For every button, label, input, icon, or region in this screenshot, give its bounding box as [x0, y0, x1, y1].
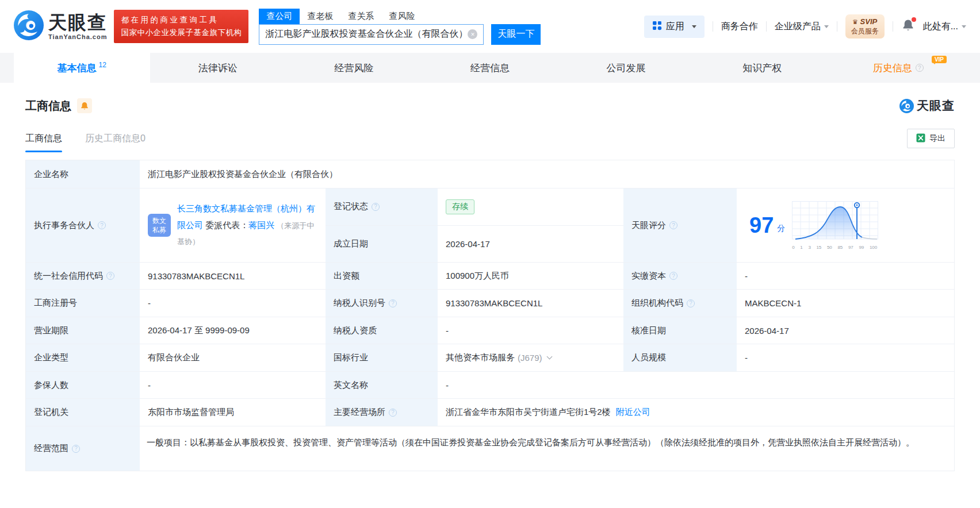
- business-cooperation-link[interactable]: 商务合作: [721, 21, 758, 33]
- brand-domain: TianYanCha.com: [48, 33, 107, 40]
- divider: [837, 21, 837, 32]
- table-row: 登记机关 东阳市市场监督管理局 主要经营场所 浙江省金华市东阳市吴宁街道卢宅街1…: [26, 399, 954, 426]
- tab-operating-info[interactable]: 经营信息: [422, 53, 558, 83]
- tab-company-development[interactable]: 公司发展: [558, 53, 694, 83]
- staff-size-label: 人员规模: [623, 344, 737, 371]
- credit-code-label: 统一社会信用代码: [26, 263, 140, 289]
- tab-basic-info[interactable]: 基本信息 12: [14, 53, 150, 83]
- divider: [766, 21, 767, 32]
- company-name-label: 企业名称: [26, 160, 140, 188]
- tab-intellectual-property[interactable]: 知识产权: [694, 53, 830, 83]
- table-row: 参保人数 - 英文名称 -: [26, 372, 954, 399]
- english-name-value: -: [438, 372, 954, 398]
- search-input[interactable]: 浙江电影产业股权投资基金合伙企业（有限合伙）: [259, 24, 484, 45]
- help-icon[interactable]: [72, 445, 80, 453]
- tab-legal-proceedings[interactable]: 法律诉讼: [150, 53, 286, 83]
- tianyancha-logo[interactable]: 天眼查 TianYanCha.com: [14, 10, 107, 43]
- company-nav-tabs: 基本信息 12 法律诉讼 经营风险 经营信息 公司发展 知识产权 历史信息 VI…: [0, 53, 980, 83]
- enterprise-products-menu[interactable]: 企业级产品: [775, 21, 829, 33]
- industry-value: 其他资本市场服务 (J679): [438, 344, 623, 371]
- subscribe-bell-icon[interactable]: [77, 98, 92, 113]
- basic-info-count: 12: [99, 61, 106, 69]
- header-right-nav: 应用 商务合作 企业级产品 ♛ SVIP 会员服务 此处有...: [644, 14, 966, 38]
- search-tab-relation[interactable]: 查关系: [340, 9, 381, 24]
- executive-partner-value: 数文 私募 长三角数文私募基金管理（杭州）有限公司 委派代表：蒋国兴 （来源于中…: [140, 188, 326, 262]
- taxpayer-quality-label: 纳税人资质: [326, 317, 438, 344]
- approval-date-value: 2026-04-17: [737, 317, 954, 344]
- registration-number-label: 工商注册号: [26, 290, 140, 317]
- company-name-value: 浙江电影产业股权投资基金合伙企业（有限合伙）: [140, 160, 954, 188]
- registration-authority-label: 登记机关: [26, 399, 140, 426]
- table-row: 营业期限 2026-04-17 至 9999-09-09 纳税人资质 - 核准日…: [26, 317, 954, 344]
- industry-code: (J679): [518, 353, 542, 363]
- chevron-down-icon: [824, 25, 829, 30]
- help-icon[interactable]: [687, 299, 695, 307]
- table-row: 工商注册号 - 纳税人识别号 91330783MAKBCECN1L 组织机构代码…: [26, 290, 954, 317]
- search-input-value: 浙江电影产业股权投资基金合伙企业（有限合伙）: [265, 28, 468, 40]
- company-type-value: 有限合伙企业: [140, 344, 326, 371]
- score-chart-ticks: 0131550859799100: [792, 245, 877, 250]
- apps-grid-icon: [652, 21, 662, 33]
- search-tab-boss[interactable]: 查老板: [300, 9, 340, 24]
- table-row: 执行事务合伙人 数文 私募 长三角数文私募基金管理（杭州）有限公司 委派代表：蒋…: [26, 188, 954, 263]
- table-row: 成立日期 2026-04-17: [326, 226, 623, 263]
- table-row: 经营范围 一般项目：以私募基金从事股权投资、投资管理、资产管理等活动（须在中国证…: [26, 426, 954, 471]
- establish-date-value: 2026-04-17: [438, 226, 623, 263]
- company-type-label: 企业类型: [26, 344, 140, 371]
- help-icon[interactable]: [98, 221, 106, 229]
- promo-line1: 都在用的商业查询工具: [121, 14, 242, 26]
- rep-label: 委派代表：: [205, 220, 248, 230]
- tianyancha-logo-icon: [14, 10, 44, 43]
- help-icon[interactable]: [372, 203, 380, 211]
- help-icon[interactable]: [669, 272, 677, 280]
- tab-operating-risk[interactable]: 经营风险: [286, 53, 422, 83]
- excel-icon: [916, 133, 925, 144]
- section-title: 工商信息: [25, 98, 71, 114]
- nearby-companies-link[interactable]: 附近公司: [616, 407, 650, 418]
- help-icon[interactable]: [389, 299, 397, 307]
- tab-history-info[interactable]: 历史信息 VIP: [830, 53, 966, 83]
- search-tab-company[interactable]: 查公司: [259, 9, 300, 24]
- watermark-brand-text: 天眼查: [917, 98, 955, 114]
- chevron-down-icon: [692, 25, 696, 30]
- clear-search-icon[interactable]: [468, 29, 477, 39]
- chevron-down-icon: [962, 25, 966, 30]
- apps-label: 应用: [666, 21, 684, 33]
- table-row: 统一社会信用代码 91330783MAKBCECN1L 出资额 100900万人…: [26, 263, 954, 290]
- rep-name-link[interactable]: 蒋国兴: [248, 220, 274, 230]
- search-tabs: 查公司 查老板 查关系 查风险: [259, 9, 541, 24]
- business-place-label: 主要经营场所: [326, 399, 438, 426]
- business-term-label: 营业期限: [26, 317, 140, 344]
- staff-size-value: -: [737, 344, 954, 371]
- business-scope-label: 经营范围: [26, 426, 140, 471]
- help-icon[interactable]: [106, 272, 114, 280]
- search-tab-risk[interactable]: 查风险: [381, 9, 422, 24]
- registration-status-label: 登记状态: [326, 188, 438, 225]
- executive-partner-label: 执行事务合伙人: [26, 188, 140, 262]
- subtab-history-business-info[interactable]: 历史工商信息0: [85, 133, 146, 145]
- credit-code-value: 91330783MAKBCECN1L: [140, 263, 326, 289]
- taxpayer-id-value: 91330783MAKBCECN1L: [438, 290, 623, 317]
- taxpayer-id-label: 纳税人识别号: [326, 290, 438, 317]
- table-row: 登记状态 存续: [326, 188, 623, 226]
- subtab-business-info[interactable]: 工商信息: [25, 133, 62, 145]
- expand-chevron-icon[interactable]: [546, 354, 552, 360]
- score-number: 97: [749, 214, 774, 236]
- capital-label: 出资额: [326, 263, 438, 289]
- notifications-bell-icon[interactable]: [902, 19, 914, 34]
- taxpayer-quality-value: -: [438, 317, 623, 344]
- apps-menu[interactable]: 应用: [644, 16, 705, 38]
- export-button[interactable]: 导出: [907, 129, 955, 148]
- brand-name: 天眼查: [48, 13, 107, 32]
- vip-badge: VIP: [932, 56, 947, 63]
- help-icon[interactable]: [389, 409, 397, 417]
- search-button[interactable]: 天眼一下: [491, 24, 541, 45]
- watermark-logo: 天眼查: [899, 98, 955, 114]
- help-icon[interactable]: [916, 64, 924, 72]
- approval-date-label: 核准日期: [623, 317, 737, 344]
- svip-member-button[interactable]: ♛ SVIP 会员服务: [845, 14, 885, 38]
- help-icon[interactable]: [669, 221, 677, 229]
- partner-avatar[interactable]: 数文 私募: [148, 214, 171, 237]
- user-account-menu[interactable]: 此处有...: [923, 21, 966, 33]
- promo-banner: 都在用的商业查询工具 国家中小企业发展子基金旗下机构: [114, 10, 248, 44]
